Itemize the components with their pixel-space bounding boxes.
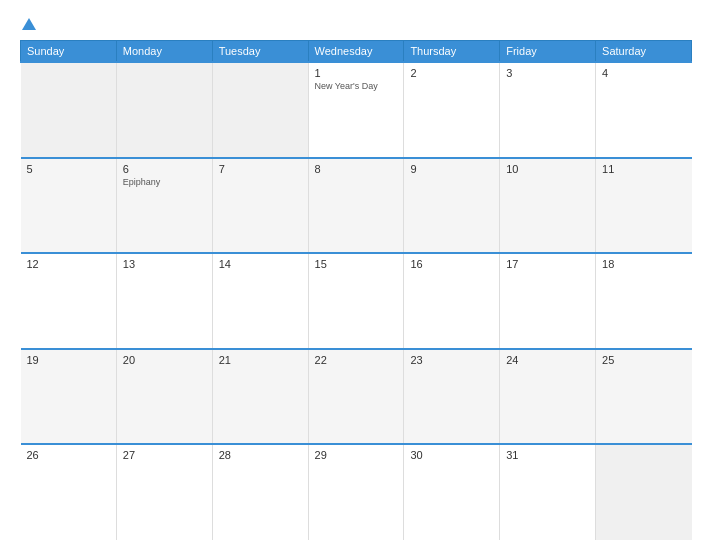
calendar-cell: 21	[212, 349, 308, 445]
day-number: 2	[410, 67, 493, 79]
calendar-cell: 15	[308, 253, 404, 349]
day-number: 30	[410, 449, 493, 461]
day-number: 20	[123, 354, 206, 366]
calendar-cell: 19	[21, 349, 117, 445]
calendar-cell: 8	[308, 158, 404, 254]
weekday-header-monday: Monday	[116, 41, 212, 63]
logo-triangle-icon	[22, 18, 36, 30]
calendar-header	[20, 18, 692, 30]
day-number: 8	[315, 163, 398, 175]
day-number: 1	[315, 67, 398, 79]
day-number: 9	[410, 163, 493, 175]
day-number: 7	[219, 163, 302, 175]
calendar-cell: 12	[21, 253, 117, 349]
logo	[20, 18, 36, 30]
day-number: 21	[219, 354, 302, 366]
calendar-cell: 29	[308, 444, 404, 540]
day-number: 25	[602, 354, 685, 366]
calendar-cell: 9	[404, 158, 500, 254]
calendar-week-row: 12131415161718	[21, 253, 692, 349]
calendar-page: SundayMondayTuesdayWednesdayThursdayFrid…	[0, 0, 712, 550]
day-number: 14	[219, 258, 302, 270]
day-number: 22	[315, 354, 398, 366]
calendar-cell: 30	[404, 444, 500, 540]
holiday-label: Epiphany	[123, 177, 206, 187]
weekday-header-saturday: Saturday	[596, 41, 692, 63]
weekday-header-sunday: Sunday	[21, 41, 117, 63]
day-number: 29	[315, 449, 398, 461]
calendar-week-row: 19202122232425	[21, 349, 692, 445]
day-number: 3	[506, 67, 589, 79]
calendar-cell	[212, 62, 308, 158]
calendar-cell: 18	[596, 253, 692, 349]
calendar-header-row: SundayMondayTuesdayWednesdayThursdayFrid…	[21, 41, 692, 63]
day-number: 12	[27, 258, 110, 270]
calendar-cell	[596, 444, 692, 540]
day-number: 6	[123, 163, 206, 175]
calendar-cell: 10	[500, 158, 596, 254]
day-number: 17	[506, 258, 589, 270]
calendar-cell: 13	[116, 253, 212, 349]
day-number: 5	[27, 163, 110, 175]
calendar-cell: 22	[308, 349, 404, 445]
calendar-cell: 5	[21, 158, 117, 254]
calendar-cell: 27	[116, 444, 212, 540]
calendar-cell: 25	[596, 349, 692, 445]
calendar-cell: 26	[21, 444, 117, 540]
day-number: 23	[410, 354, 493, 366]
day-number: 15	[315, 258, 398, 270]
calendar-cell: 2	[404, 62, 500, 158]
calendar-cell	[116, 62, 212, 158]
day-number: 18	[602, 258, 685, 270]
calendar-week-row: 56Epiphany7891011	[21, 158, 692, 254]
day-number: 27	[123, 449, 206, 461]
day-number: 24	[506, 354, 589, 366]
day-number: 11	[602, 163, 685, 175]
day-number: 31	[506, 449, 589, 461]
calendar-cell: 28	[212, 444, 308, 540]
calendar-cell: 14	[212, 253, 308, 349]
weekday-header-tuesday: Tuesday	[212, 41, 308, 63]
day-number: 4	[602, 67, 685, 79]
calendar-cell	[21, 62, 117, 158]
weekday-header-friday: Friday	[500, 41, 596, 63]
weekday-header-wednesday: Wednesday	[308, 41, 404, 63]
calendar-cell: 31	[500, 444, 596, 540]
calendar-cell: 24	[500, 349, 596, 445]
day-number: 26	[27, 449, 110, 461]
calendar-cell: 4	[596, 62, 692, 158]
weekday-header-thursday: Thursday	[404, 41, 500, 63]
calendar-cell: 1New Year's Day	[308, 62, 404, 158]
day-number: 16	[410, 258, 493, 270]
calendar-week-row: 262728293031	[21, 444, 692, 540]
calendar-cell: 17	[500, 253, 596, 349]
calendar-week-row: 1New Year's Day234	[21, 62, 692, 158]
calendar-cell: 11	[596, 158, 692, 254]
calendar-cell: 16	[404, 253, 500, 349]
calendar-cell: 3	[500, 62, 596, 158]
holiday-label: New Year's Day	[315, 81, 398, 91]
calendar-cell: 6Epiphany	[116, 158, 212, 254]
day-number: 10	[506, 163, 589, 175]
calendar-table: SundayMondayTuesdayWednesdayThursdayFrid…	[20, 40, 692, 540]
calendar-body: 1New Year's Day23456Epiphany789101112131…	[21, 62, 692, 540]
calendar-cell: 7	[212, 158, 308, 254]
calendar-cell: 20	[116, 349, 212, 445]
day-number: 13	[123, 258, 206, 270]
day-number: 19	[27, 354, 110, 366]
day-number: 28	[219, 449, 302, 461]
calendar-cell: 23	[404, 349, 500, 445]
